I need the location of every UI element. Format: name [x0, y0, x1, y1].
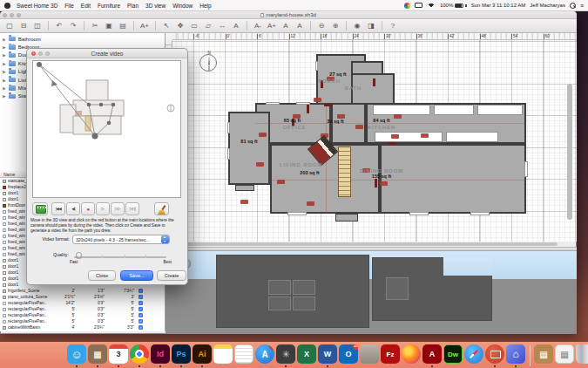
- menu-user[interactable]: Jeff Macharyas: [530, 3, 565, 8]
- toolbar-button[interactable]: [133, 21, 134, 31]
- plan-horizontal-scrollbar[interactable]: [183, 242, 558, 246]
- record-button[interactable]: ●: [81, 202, 95, 215]
- video-icon[interactable]: ◨: [365, 21, 377, 31]
- wifi-icon[interactable]: [427, 3, 436, 8]
- toolbar-button[interactable]: [48, 21, 49, 31]
- toolbar-button[interactable]: [382, 21, 382, 31]
- menu-item[interactable]: Furniture: [98, 3, 120, 9]
- calculator-icon[interactable]: ▦: [87, 344, 108, 368]
- redo-icon[interactable]: ↷: [67, 21, 79, 31]
- disclosure-triangle-icon[interactable]: ▶: [3, 37, 6, 42]
- visible-checkbox[interactable]: ✓: [139, 319, 143, 324]
- photo-icon[interactable]: ◉: [351, 21, 363, 31]
- bold-icon[interactable]: A: [280, 21, 292, 31]
- quality-slider-track[interactable]: [74, 256, 166, 258]
- play-button[interactable]: ▷: [96, 202, 110, 215]
- new-icon[interactable]: ▢: [3, 21, 16, 31]
- safari-icon[interactable]: [463, 344, 484, 368]
- go-end-button[interactable]: ▷▷|: [125, 202, 139, 215]
- remote-desktop-icon[interactable]: [484, 344, 505, 368]
- front-stoop[interactable]: [335, 214, 358, 221]
- increase-text-size-icon[interactable]: A+: [266, 21, 278, 31]
- create-text-icon[interactable]: A: [230, 21, 242, 31]
- furniture-row[interactable]: rectangularFivePan.. 14'2" 0'3" 5' ✓: [0, 300, 165, 306]
- video-format-select[interactable]: 320x240 pixels - 4:3 - 25 frames/sec... …: [72, 235, 170, 244]
- toolbar-button[interactable]: [84, 21, 84, 31]
- notes-icon[interactable]: [213, 344, 233, 368]
- undo-icon[interactable]: ↶: [53, 21, 65, 31]
- visible-checkbox[interactable]: ✓: [139, 325, 143, 330]
- go-start-button[interactable]: |◀◀: [51, 202, 65, 215]
- toolbar-button[interactable]: [155, 21, 156, 31]
- menu-item[interactable]: Window: [172, 3, 193, 9]
- menu-item[interactable]: Edit: [81, 3, 91, 9]
- visible-checkbox[interactable]: ✓: [139, 313, 143, 317]
- disclosure-triangle-icon[interactable]: ▶: [3, 61, 6, 66]
- select-icon[interactable]: ↖: [160, 21, 172, 31]
- notepad-icon[interactable]: [359, 344, 380, 368]
- calendar-icon[interactable]: 3: [108, 344, 129, 368]
- menu-item[interactable]: Sweet Home 3D: [17, 3, 57, 9]
- trash-icon[interactable]: [575, 344, 588, 368]
- battery-indicator[interactable]: 100%: [440, 3, 467, 8]
- open-icon[interactable]: ⊟: [17, 21, 30, 31]
- 3d-view[interactable]: [166, 251, 577, 334]
- add-furniture-icon[interactable]: A+: [139, 21, 151, 31]
- visible-checkbox[interactable]: ✓: [139, 307, 143, 311]
- paste-icon[interactable]: ▤: [117, 21, 129, 31]
- furniture-row[interactable]: cabinetWithBasin 4' 2'0¾" 3'3" ✓: [0, 324, 165, 331]
- system-preferences-icon[interactable]: ✳: [275, 344, 296, 368]
- plan-vertical-scrollbar[interactable]: [567, 84, 572, 220]
- menu-item[interactable]: Plan: [127, 3, 139, 9]
- status-app-icon[interactable]: [404, 3, 410, 9]
- zoom-out-icon[interactable]: ⊖: [315, 21, 328, 31]
- furniture-row[interactable]: frigorifero_Scene 2' 1'3" 7'3¾" ✓: [0, 288, 165, 294]
- finder-icon[interactable]: ☺: [66, 344, 87, 368]
- fast-forward-button[interactable]: ▷▷: [111, 202, 125, 215]
- illustrator-icon[interactable]: Ai: [192, 344, 213, 368]
- copy-icon[interactable]: ▣: [103, 21, 115, 31]
- room-dining[interactable]: [380, 144, 526, 214]
- toolbar-button[interactable]: [247, 21, 247, 31]
- excel-icon[interactable]: X: [296, 344, 317, 368]
- step-back-button[interactable]: ◀|: [66, 202, 80, 215]
- dialog-close-button[interactable]: [31, 51, 36, 56]
- furniture-row[interactable]: rectangularFivePan.. 5' 0'3" 5' ✓: [0, 318, 165, 324]
- spotlight-icon[interactable]: [570, 3, 576, 9]
- furniture-row[interactable]: piano_cottura_Scene 2'1½" 2'3⅝" 3' ✓: [0, 294, 165, 300]
- chrome-icon[interactable]: [129, 344, 150, 368]
- close-button[interactable]: Close: [88, 270, 116, 281]
- toolbar-button[interactable]: [310, 21, 311, 31]
- pan-icon[interactable]: ✥: [174, 21, 186, 31]
- firefox-icon[interactable]: [401, 344, 422, 368]
- furniture-row[interactable]: rectangularFivePan.. 5' 0'3" 5' ✓: [0, 312, 165, 318]
- display-icon[interactable]: [415, 3, 422, 8]
- dock-separator[interactable]: [526, 344, 533, 368]
- outlook-icon[interactable]: O29: [338, 344, 359, 368]
- indesign-icon[interactable]: Id: [150, 344, 171, 368]
- disclosure-triangle-icon[interactable]: ▶: [3, 52, 6, 58]
- disclosure-triangle-icon[interactable]: ▶: [3, 44, 6, 50]
- word-icon[interactable]: W: [317, 344, 338, 368]
- documents-stack-icon[interactable]: ▤: [533, 344, 554, 368]
- save-icon[interactable]: ◫: [31, 21, 44, 31]
- apple-menu-icon[interactable]: [4, 3, 10, 9]
- create-rooms-icon[interactable]: ▱: [202, 21, 214, 31]
- disclosure-triangle-icon[interactable]: ▶: [3, 78, 6, 83]
- dreamweaver-icon[interactable]: Dw: [443, 344, 463, 368]
- acrobat-icon[interactable]: A: [422, 344, 443, 368]
- photoshop-icon[interactable]: Ps: [171, 344, 192, 368]
- visible-checkbox[interactable]: ✓: [139, 301, 143, 305]
- menu-item[interactable]: Help: [199, 3, 211, 9]
- notification-center-icon[interactable]: ≡: [580, 3, 584, 9]
- menu-clock[interactable]: Sun Mar 3 11:10:12 AM: [471, 3, 526, 8]
- quality-slider-thumb[interactable]: [76, 252, 82, 258]
- side-stoop[interactable]: [235, 185, 254, 191]
- furniture-row[interactable]: mensolaXcucina 5' 1'11¾" 5' ✓: [0, 331, 165, 331]
- clear-path-button[interactable]: [154, 202, 169, 215]
- camera-path-preview[interactable]: [32, 60, 181, 198]
- dialog-zoom-button[interactable]: [45, 51, 50, 56]
- textedit-icon[interactable]: [233, 344, 254, 368]
- create-dimensions-icon[interactable]: ↔: [216, 21, 228, 31]
- visible-checkbox[interactable]: ✓: [139, 289, 143, 293]
